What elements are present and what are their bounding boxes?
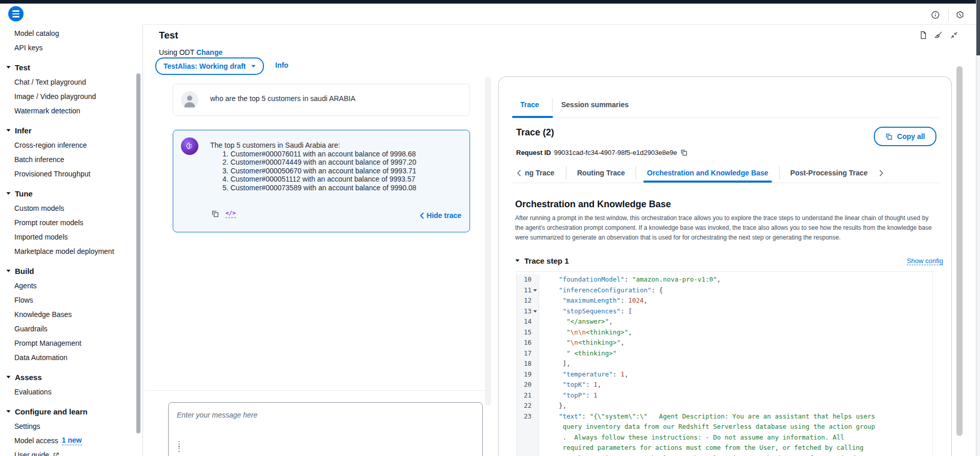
line-number: 13 — [517, 306, 539, 317]
request-id-label: Request ID — [516, 149, 551, 156]
collapse-panel-icon[interactable] — [950, 31, 958, 39]
sidebar-section-test[interactable]: Test — [0, 60, 142, 75]
copy-icon[interactable] — [211, 210, 219, 218]
sidebar-item-cross-region-inference[interactable]: Cross-region inference — [0, 138, 142, 152]
line-number: 15 — [517, 327, 539, 338]
copy-all-button[interactable]: Copy all — [874, 127, 936, 146]
section-caret-icon — [6, 410, 11, 413]
sidebar-item-batch-inference[interactable]: Batch inference — [0, 152, 142, 167]
sidebar-section-configure-and-learn[interactable]: Configure and learn — [0, 404, 142, 419]
scroll-left-icon[interactable] — [516, 169, 522, 177]
sidebar-item-api-keys[interactable]: API keys — [0, 41, 142, 55]
agent-message-body: The top 5 customers in Saudi Arabia are:… — [210, 141, 416, 192]
hamburger-menu-button[interactable] — [8, 6, 24, 22]
agent-answer-list: 1.Customer#000076011 with an account bal… — [210, 150, 416, 192]
sidebar-item-knowledge-bases[interactable]: Knowledge Bases — [0, 307, 142, 322]
sidebar-item-imported-models[interactable]: Imported models — [0, 230, 142, 244]
sidebar-item-data-automation[interactable]: Data Automation — [0, 350, 142, 365]
hide-trace-link[interactable]: Hide trace — [420, 211, 461, 220]
sidebar-item-chat-text-playground[interactable]: Chat / Text playground — [0, 75, 142, 89]
tab-trace[interactable]: Trace — [520, 101, 539, 109]
chat-divider — [145, 390, 491, 391]
sidebar-item-watermark-detection[interactable]: Watermark detection — [0, 104, 142, 118]
alias-dropdown-button[interactable]: TestAlias: Working draft — [155, 57, 264, 75]
sidebar-item-user-guide[interactable]: User guide — [0, 448, 142, 456]
sidebar-item-evaluations[interactable]: Evaluations — [0, 385, 142, 399]
scroll-right-icon[interactable] — [879, 169, 884, 177]
hamburger-icon — [12, 10, 19, 12]
app-header — [0, 4, 980, 25]
copy-icon[interactable] — [680, 149, 688, 156]
subtab-orchestration-and-knowledge-base[interactable]: Orchestration and Knowledge Base — [636, 169, 779, 177]
code-line: 23"text": "{\"system\":\" Agent Descript… — [517, 411, 932, 422]
browser-scrollbar-track[interactable] — [976, 0, 980, 456]
code-line: 20"topK": 1, — [517, 380, 932, 390]
page-scrollbar[interactable] — [956, 66, 963, 436]
show-config-link[interactable]: Show config — [907, 257, 943, 265]
sidebar-item-marketplace-model-deployment[interactable]: Marketplace model deployment — [0, 244, 142, 259]
export-file-icon[interactable] — [919, 31, 928, 39]
subtab-ng-trace[interactable]: ng Trace — [522, 169, 566, 177]
message-input[interactable]: Enter your message here ⋮⋮ — [168, 402, 483, 456]
sidebar-item-guardrails[interactable]: Guardrails — [0, 322, 142, 336]
sidebar-scrollbar[interactable] — [136, 73, 140, 433]
sidebar-item-flows[interactable]: Flows — [0, 293, 142, 307]
sidebar-section-tune[interactable]: Tune — [0, 186, 142, 201]
page-title: Test — [159, 30, 178, 41]
sidebar-item-prompt-router-models[interactable]: Prompt router models — [0, 215, 142, 230]
sidebar-item-agents[interactable]: Agents — [0, 279, 142, 293]
sidebar-section-assess[interactable]: Assess — [0, 369, 142, 385]
sidebar-item-prompt-management[interactable]: Prompt Management — [0, 336, 142, 350]
sidebar-item-image-video-playground[interactable]: Image / Video playground — [0, 89, 142, 104]
sidebar-item-provisioned-throughput[interactable]: Provisioned Throughput — [0, 167, 142, 181]
agent-answer-item: 5.Customer#000073589 with an account bal… — [222, 184, 416, 192]
browser-scrollbar-thumb[interactable] — [976, 0, 980, 55]
info-icon — [931, 10, 940, 19]
sidebar-item-model-catalog[interactable]: Model catalog — [0, 26, 142, 41]
change-link[interactable]: Change — [196, 48, 222, 56]
agent-answer-intro: The top 5 customers in Saudi Arabia are: — [210, 141, 416, 150]
new-badge-link[interactable]: 1 new — [62, 436, 82, 445]
drag-handle-icon[interactable]: ⋮⋮ — [175, 442, 183, 451]
code-line: 22}, — [517, 401, 932, 411]
chat-scrollbar[interactable] — [485, 77, 491, 405]
subtab-routing-trace[interactable]: Routing Trace — [566, 169, 636, 177]
trace-step-expander[interactable]: Trace step 1 — [515, 256, 569, 265]
code-line: 11"inferenceConfiguration": { — [517, 285, 932, 296]
subtab-post-processing-trace[interactable]: Post-Processing Trace — [780, 169, 879, 177]
sidebar-section-infer[interactable]: Infer — [0, 123, 142, 138]
using-row: Using ODT Change — [159, 48, 222, 56]
hexagon-slash-icon — [955, 10, 965, 19]
message-input-placeholder: Enter your message here — [177, 411, 257, 419]
sidebar: Model catalogAPI keysTestChat / Text pla… — [0, 24, 143, 456]
sidebar-section-build[interactable]: Build — [0, 263, 142, 279]
header-tools-button[interactable] — [955, 10, 965, 19]
clear-broom-icon[interactable] — [934, 31, 943, 39]
trace-section-heading: Orchestration and Knowledge Base — [515, 199, 671, 210]
info-link[interactable]: Info — [275, 61, 289, 69]
fold-caret-icon[interactable] — [533, 310, 537, 313]
chevron-left-icon — [420, 212, 424, 219]
header-info-button[interactable] — [931, 10, 940, 19]
code-line: . Always follow these instructions: - Do… — [517, 432, 932, 443]
sidebar-item-settings[interactable]: Settings — [0, 419, 142, 433]
trace-code-viewer[interactable]: 10"foundationModel": "amazon.nova-pro-v1… — [516, 271, 933, 456]
user-message-text: who are the top 5 customers in saudi ARA… — [210, 94, 355, 103]
line-number: 18 — [517, 359, 539, 369]
agent-avatar — [181, 137, 198, 155]
code-view-icon[interactable]: </> — [226, 210, 236, 218]
fold-caret-icon[interactable] — [533, 289, 537, 292]
agent-message-card: The top 5 customers in Saudi Arabia are:… — [173, 130, 470, 232]
sidebar-item-model-access[interactable]: Model access1 new — [0, 433, 142, 448]
line-number: 19 — [517, 369, 539, 380]
agent-answer-item: 1.Customer#000076011 with an account bal… — [222, 150, 416, 158]
agent-answer-item: 3.Customer#000050670 with an account bal… — [222, 167, 416, 175]
code-line: query inventory data from our Redshift S… — [517, 422, 932, 432]
section-caret-icon — [6, 192, 11, 195]
test-panel-toolbar — [919, 31, 958, 39]
alias-label: TestAlias: Working draft — [164, 62, 246, 70]
sidebar-item-custom-models[interactable]: Custom models — [0, 201, 142, 215]
code-line: 19"temperature": 1, — [517, 369, 932, 380]
agent-answer-item: 4.Customer#000051112 with an account bal… — [222, 175, 416, 184]
tab-session-summaries[interactable]: Session summaries — [561, 101, 629, 109]
